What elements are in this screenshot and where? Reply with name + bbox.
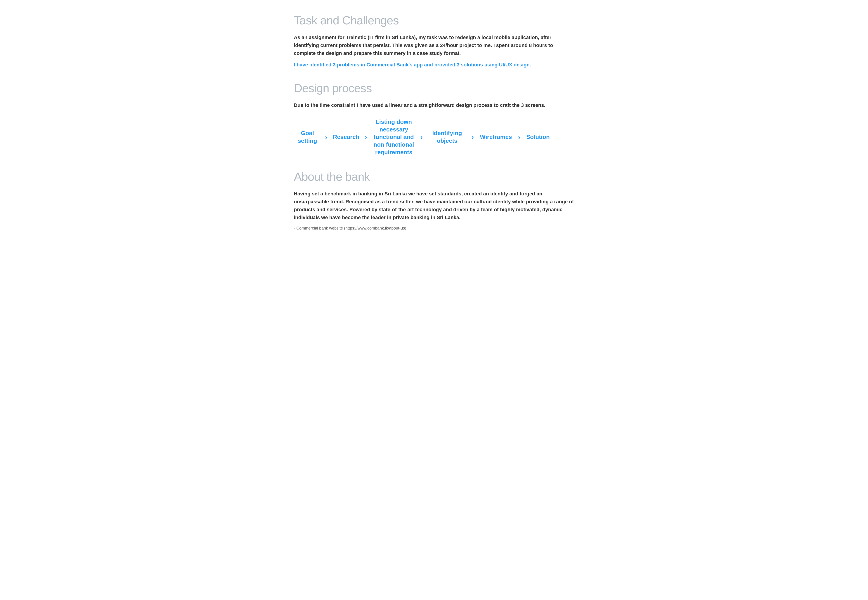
process-flow: Goalsetting › Research › Listing downnec… xyxy=(294,118,574,156)
arrow-3: › xyxy=(420,133,423,141)
arrow-2: › xyxy=(365,133,367,141)
task-highlight: I have identified 3 problems in Commerci… xyxy=(294,62,574,68)
design-title: Design process xyxy=(294,81,574,95)
process-step-identifying: Identifyingobjects xyxy=(427,129,467,145)
process-step-goal: Goalsetting xyxy=(294,129,321,145)
about-section: About the bank Having set a benchmark in… xyxy=(294,170,574,231)
about-citation: - Commercial bank website (https://www.c… xyxy=(294,226,574,231)
process-step-solution: Solution xyxy=(524,133,552,141)
task-body: As an assignment for Treinetic (IT firm … xyxy=(294,33,574,58)
arrow-5: › xyxy=(518,133,520,141)
arrow-1: › xyxy=(325,133,327,141)
task-section: Task and Challenges As an assignment for… xyxy=(294,14,574,68)
design-body: Due to the time constraint I have used a… xyxy=(294,101,574,109)
process-step-listing: Listing downnecessaryfunctional andnon f… xyxy=(371,118,416,156)
task-title: Task and Challenges xyxy=(294,14,574,27)
arrow-4: › xyxy=(472,133,474,141)
process-step-research: Research xyxy=(331,133,361,141)
process-step-wireframes: Wireframes xyxy=(478,133,514,141)
about-body: Having set a benchmark in banking in Sri… xyxy=(294,190,574,221)
about-title: About the bank xyxy=(294,170,574,183)
design-section: Design process Due to the time constrain… xyxy=(294,81,574,156)
